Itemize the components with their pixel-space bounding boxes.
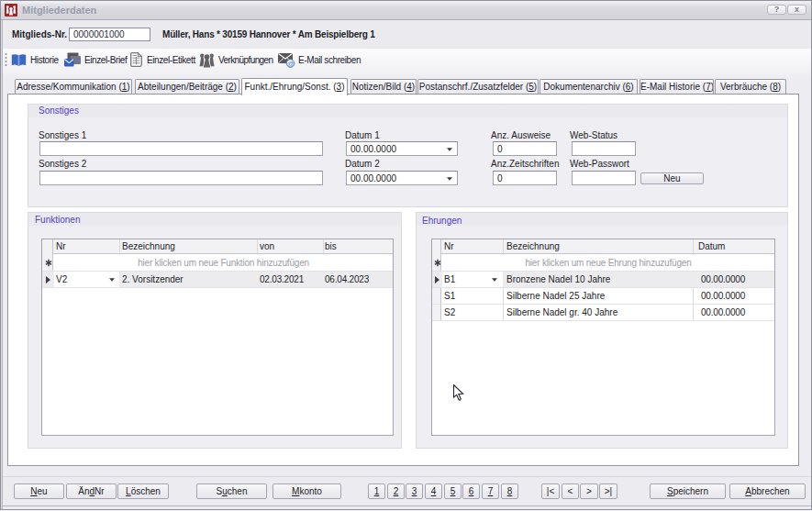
svg-text:@: @ <box>287 60 295 68</box>
